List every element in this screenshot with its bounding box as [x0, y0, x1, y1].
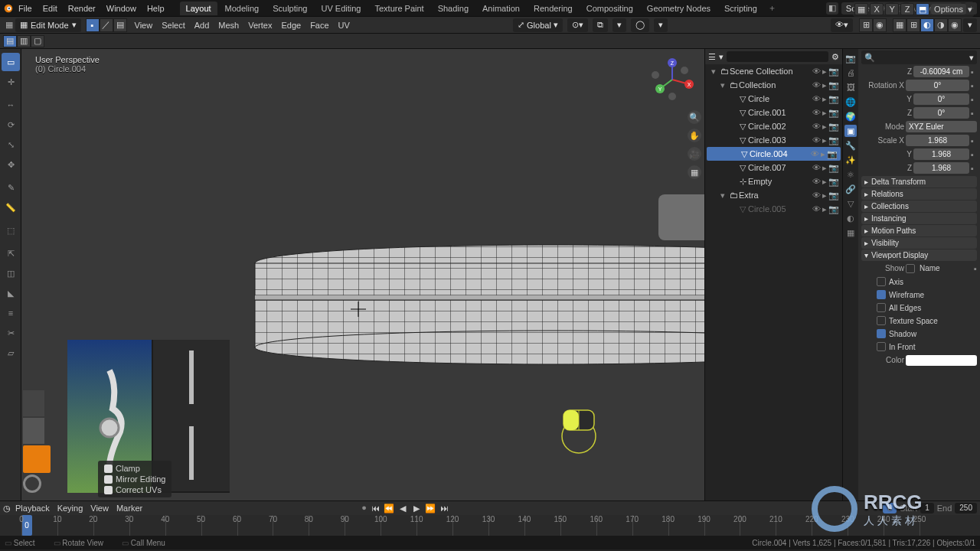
- outliner-filter-icon[interactable]: ⚙: [831, 52, 839, 62]
- panel-label[interactable]: Motion Paths: [871, 227, 916, 235]
- shading-matprev-icon[interactable]: ◑: [934, 18, 948, 32]
- timeline-ruler[interactable]: 0 01020304050607080901001101201301401501…: [0, 515, 980, 536]
- nav-gizmo[interactable]: X Y Z: [649, 57, 695, 103]
- checkbox-icon[interactable]: [104, 486, 113, 494]
- tab-geometry-nodes[interactable]: Geometry Nodes: [641, 2, 717, 15]
- end-frame[interactable]: 250: [955, 503, 977, 514]
- rotation-x-value[interactable]: 0°: [906, 80, 969, 91]
- prop-tab-physics[interactable]: ⚛: [844, 168, 857, 181]
- panel-label[interactable]: Relations: [871, 190, 903, 198]
- outliner-item-label[interactable]: Empty: [748, 177, 772, 186]
- rotation-mode-value[interactable]: XYZ Euler: [906, 121, 977, 132]
- prop-tab-object[interactable]: ▣: [844, 125, 857, 137]
- meshmenu-uv[interactable]: UV: [338, 21, 350, 30]
- eye-icon[interactable]: 👁: [812, 177, 821, 187]
- overlay-grid-icon[interactable]: ▦: [854, 3, 868, 15]
- overlay-axis-y-icon[interactable]: Y: [885, 3, 899, 15]
- tool-transform[interactable]: ✥: [2, 155, 20, 174]
- render-icon[interactable]: 📷: [828, 94, 839, 104]
- tool-bevel[interactable]: ◣: [2, 284, 20, 302]
- checkbox-alledges[interactable]: [877, 303, 886, 312]
- operator-redo-panel[interactable]: Clamp Mirror Editing Correct UVs: [98, 461, 172, 497]
- tool-extrude[interactable]: ⇱: [2, 244, 20, 262]
- lock-icon[interactable]: ▪: [971, 81, 977, 90]
- prop-tab-modifier[interactable]: 🔧: [844, 139, 857, 152]
- checkbox-texspace[interactable]: [877, 316, 886, 325]
- disclosure-icon[interactable]: ▾: [864, 251, 868, 259]
- eye-icon[interactable]: 👁: [812, 204, 821, 214]
- eye-icon[interactable]: 👁: [812, 108, 821, 118]
- tool-polybuild[interactable]: ▱: [2, 344, 20, 362]
- shading-render-icon[interactable]: ◉: [948, 18, 962, 32]
- tool-rotate[interactable]: ⟳: [2, 116, 20, 134]
- outliner-item-label[interactable]: Extra: [739, 191, 759, 200]
- tool-knife[interactable]: ✂: [2, 324, 20, 342]
- eye-icon[interactable]: 👁: [812, 94, 821, 104]
- tab-animation[interactable]: Animation: [476, 2, 526, 15]
- menu-edit[interactable]: Edit: [43, 4, 57, 13]
- mode-dropdown[interactable]: ▦ Edit Mode ▾: [15, 18, 81, 32]
- tab-shading[interactable]: Shading: [432, 2, 475, 15]
- lock-icon[interactable]: ▪: [971, 164, 977, 173]
- restrict-select-icon[interactable]: ▸: [822, 204, 827, 214]
- tlmenu-marker[interactable]: Marker: [116, 504, 142, 513]
- disclosure-icon[interactable]: ▸: [864, 178, 868, 186]
- tab-texture-paint[interactable]: Texture Paint: [368, 2, 430, 15]
- proportional-falloff-dropdown[interactable]: ▾: [654, 18, 668, 32]
- lock-icon[interactable]: ▪: [971, 95, 977, 104]
- camera-view-icon[interactable]: 🎥: [688, 147, 701, 161]
- checkbox-infront[interactable]: [877, 342, 886, 351]
- meshmenu-face[interactable]: Face: [310, 21, 328, 30]
- prop-tab-texture[interactable]: ▦: [844, 227, 857, 239]
- pan-icon[interactable]: ✋: [688, 129, 701, 142]
- lock-icon[interactable]: ▪: [971, 136, 977, 145]
- meshmenu-vertex[interactable]: Vertex: [248, 21, 272, 30]
- disclosure-icon[interactable]: ▸: [864, 202, 868, 210]
- select-all-toggle[interactable]: ▤: [3, 35, 17, 47]
- restrict-select-icon[interactable]: ▸: [822, 163, 827, 173]
- scale-y-value[interactable]: 1.968: [913, 148, 969, 160]
- prop-tab-material[interactable]: ◐: [844, 212, 857, 224]
- face-select-icon[interactable]: ▤: [113, 18, 127, 32]
- prop-tab-render[interactable]: 📷: [844, 52, 857, 64]
- render-icon[interactable]: 📷: [828, 122, 839, 132]
- snap-toggle[interactable]: ⧉: [593, 18, 608, 32]
- outliner-item-label[interactable]: Circle.004: [750, 149, 788, 158]
- jump-end-icon[interactable]: ⏭: [439, 503, 449, 514]
- tool-select-box[interactable]: ▭: [2, 53, 20, 71]
- tab-modeling[interactable]: Modeling: [219, 2, 266, 15]
- next-key-icon[interactable]: ⏩: [425, 503, 436, 514]
- restrict-select-icon[interactable]: ▸: [822, 177, 827, 187]
- render-icon[interactable]: 📷: [828, 67, 839, 77]
- prop-tab-world[interactable]: 🌍: [844, 110, 857, 122]
- tlmenu-keying[interactable]: Keying: [57, 504, 83, 513]
- chevron-down-icon[interactable]: ▾: [968, 5, 972, 15]
- gizmo-toggle-icon[interactable]: ⊞: [859, 18, 873, 32]
- select-invert[interactable]: ▥: [17, 35, 31, 47]
- menu-window[interactable]: Window: [106, 4, 136, 13]
- timeline-type-icon[interactable]: ◷: [3, 504, 11, 514]
- restrict-select-icon[interactable]: ▸: [822, 108, 827, 118]
- disclosure-icon[interactable]: ▸: [864, 227, 868, 235]
- rotation-y-value[interactable]: 0°: [913, 93, 969, 105]
- restrict-select-icon[interactable]: ▸: [822, 67, 827, 77]
- tab-scripting[interactable]: Scripting: [718, 2, 763, 15]
- perspective-toggle-icon[interactable]: ▦: [688, 165, 701, 179]
- eye-icon[interactable]: 👁: [811, 149, 819, 159]
- menu-render[interactable]: Render: [68, 4, 96, 13]
- tool-inset[interactable]: ◫: [2, 264, 20, 282]
- render-icon[interactable]: 📷: [828, 163, 839, 173]
- shading-options-dropdown[interactable]: ▾: [963, 18, 977, 32]
- prev-key-icon[interactable]: ⏪: [384, 503, 394, 514]
- tool-measure[interactable]: 📏: [2, 198, 20, 217]
- prop-tab-scene[interactable]: 🌐: [844, 96, 857, 108]
- scale-x-value[interactable]: 1.968: [906, 135, 969, 146]
- checkbox-shadow[interactable]: [877, 329, 886, 338]
- tab-uv-editing[interactable]: UV Editing: [315, 2, 367, 15]
- add-workspace-icon[interactable]: ＋: [768, 2, 776, 14]
- restrict-select-icon[interactable]: ▸: [821, 149, 825, 159]
- snap-dropdown[interactable]: ▾: [612, 18, 626, 32]
- panel-label[interactable]: Viewport Display: [871, 251, 928, 259]
- vertex-select-icon[interactable]: ▪: [86, 18, 100, 32]
- chevron-down-icon[interactable]: ▾: [969, 53, 974, 63]
